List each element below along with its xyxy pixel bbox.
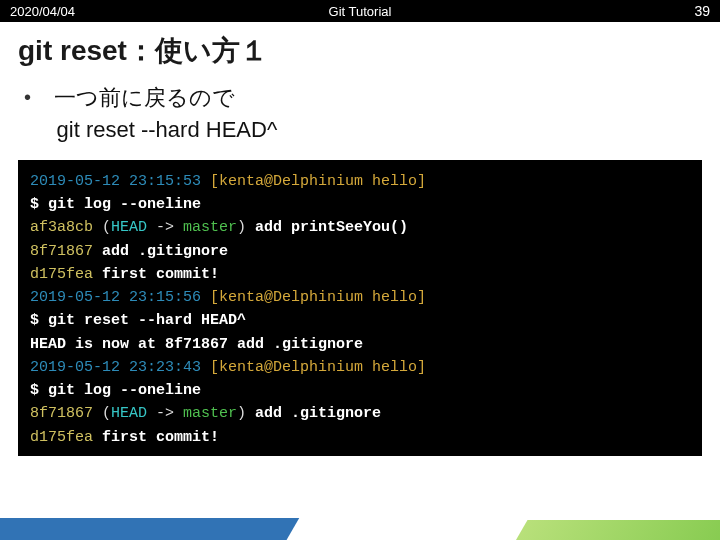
bullet-text-1: 一つ前に戻るので — [54, 85, 235, 110]
host-prompt: [kenta@Delphinium hello] — [201, 173, 426, 190]
commit-msg: add printSeeYou() — [255, 219, 408, 236]
dollar-prompt: $ — [30, 382, 48, 399]
term-line: 8f71867 add .gitignore — [30, 240, 690, 263]
head-ref: HEAD — [111, 405, 147, 422]
paren: ( — [102, 405, 111, 422]
accent-blue — [0, 518, 302, 540]
host-prompt: [kenta@Delphinium hello] — [201, 289, 426, 306]
timestamp: 2019-05-12 23:15:53 — [30, 173, 201, 190]
commit-hash: 8f71867 — [30, 405, 102, 422]
commit-msg: first commit! — [102, 429, 219, 446]
branch-name: master — [183, 219, 237, 236]
arrow: -> — [147, 219, 183, 236]
commit-hash: d175fea — [30, 266, 102, 283]
branch-name: master — [183, 405, 237, 422]
page-number: 39 — [694, 3, 710, 19]
paren: ) — [237, 219, 255, 236]
deck-title: Git Tutorial — [329, 4, 392, 19]
commit-msg: add .gitignore — [255, 405, 381, 422]
term-line: 8f71867 (HEAD -> master) add .gitignore — [30, 402, 690, 425]
term-line: d175fea first commit! — [30, 263, 690, 286]
command-text: git log --oneline — [48, 382, 201, 399]
host-prompt: [kenta@Delphinium hello] — [201, 359, 426, 376]
term-line: HEAD is now at 8f71867 add .gitignore — [30, 333, 690, 356]
term-line: $ git reset --hard HEAD^ — [30, 309, 690, 332]
slide-date: 2020/04/04 — [10, 4, 75, 19]
commit-hash: d175fea — [30, 429, 102, 446]
paren: ( — [102, 219, 111, 236]
term-line: $ git log --oneline — [30, 379, 690, 402]
top-bar: 2020/04/04 Git Tutorial 39 — [0, 0, 720, 22]
commit-msg: first commit! — [102, 266, 219, 283]
term-line: $ git log --oneline — [30, 193, 690, 216]
term-line: 2019-05-12 23:15:56 [kenta@Delphinium he… — [30, 286, 690, 309]
footer-area — [0, 518, 720, 540]
commit-msg: add .gitignore — [102, 243, 228, 260]
output-text: HEAD is now at 8f71867 add .gitignore — [30, 336, 363, 353]
term-line: d175fea first commit! — [30, 426, 690, 449]
command-text: git log --oneline — [48, 196, 201, 213]
timestamp: 2019-05-12 23:23:43 — [30, 359, 201, 376]
dollar-prompt: $ — [30, 312, 48, 329]
bullet-list: 一つ前に戻るので git reset --hard HEAD^ — [0, 82, 720, 160]
bullet-item: 一つ前に戻るので git reset --hard HEAD^ — [28, 82, 692, 146]
dollar-prompt: $ — [30, 196, 48, 213]
paren: ) — [237, 405, 255, 422]
head-ref: HEAD — [111, 219, 147, 236]
term-line: 2019-05-12 23:23:43 [kenta@Delphinium he… — [30, 356, 690, 379]
arrow: -> — [147, 405, 183, 422]
bullet-text-2: git reset --hard HEAD^ — [28, 117, 277, 142]
terminal-block: 2019-05-12 23:15:53 [kenta@Delphinium he… — [18, 160, 702, 456]
slide-title: git reset：使い方１ — [0, 22, 720, 82]
timestamp: 2019-05-12 23:15:56 — [30, 289, 201, 306]
commit-hash: 8f71867 — [30, 243, 102, 260]
term-line: af3a8cb (HEAD -> master) add printSeeYou… — [30, 216, 690, 239]
term-line: 2019-05-12 23:15:53 [kenta@Delphinium he… — [30, 170, 690, 193]
commit-hash: af3a8cb — [30, 219, 102, 236]
command-text: git reset --hard HEAD^ — [48, 312, 246, 329]
accent-green — [512, 520, 720, 540]
